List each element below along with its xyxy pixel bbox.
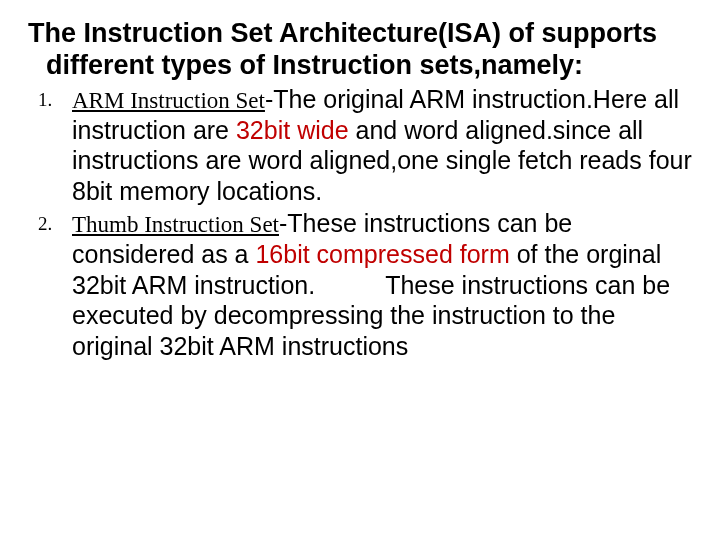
set-name: Thumb Instruction Set xyxy=(72,212,279,237)
title-line-1: The Instruction Set Architecture(ISA) of… xyxy=(28,18,657,48)
highlight-text: 32bit wide xyxy=(236,116,349,144)
set-name: ARM Instruction Set xyxy=(72,88,265,113)
title-line-2: different types of Instruction sets,name… xyxy=(32,50,692,82)
slide-title: The Instruction Set Architecture(ISA) of… xyxy=(28,18,692,82)
highlight-text: 16bit compressed form xyxy=(255,240,509,268)
instruction-set-list: ARM Instruction Set-The original ARM ins… xyxy=(28,84,692,362)
list-item: ARM Instruction Set-The original ARM ins… xyxy=(72,84,692,207)
list-item: Thumb Instruction Set-These instructions… xyxy=(72,208,692,361)
slide: The Instruction Set Architecture(ISA) of… xyxy=(0,0,720,540)
